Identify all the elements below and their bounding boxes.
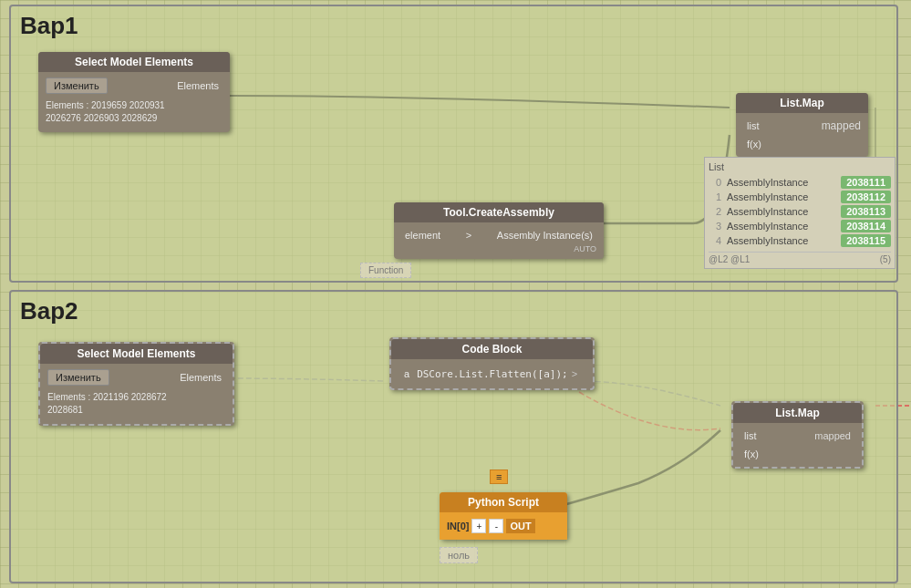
var1-listmap-header: List.Map — [736, 93, 868, 113]
var1-elements-port-label: Elements — [173, 78, 223, 93]
var1-output-list-footer: @L2 @L1 (5) — [709, 252, 891, 264]
var2-code-arrow: > — [572, 368, 577, 379]
var2-izmenit-button[interactable]: Изменить — [47, 369, 109, 386]
var2-select-model-header: Select Model Elements — [40, 344, 233, 364]
var1-output-list: List 0 AssemblyInstance 2038111 1 Assemb… — [704, 157, 895, 269]
var1-select-model-node: Select Model Elements Изменить Elements … — [38, 52, 230, 132]
var1-tool-create-node: Tool.CreateAssembly element > Assembly I… — [394, 202, 604, 259]
list-item: 3 AssemblyInstance 2038114 — [709, 219, 891, 233]
var1-label: Вар1 — [20, 12, 78, 40]
python-icon: ≡ — [490, 469, 508, 484]
list-item: 0 AssemblyInstance 2038111 — [709, 175, 891, 190]
var2-python-out: OUT — [506, 519, 534, 533]
var1-fx-port: f(x) — [743, 137, 765, 151]
var2-code-text: DSCore.List.Flatten([a]); — [417, 368, 568, 380]
var2-select-model-node: Select Model Elements Изменить Elements … — [38, 342, 234, 426]
var1-section: Вар1 Select Model Elements Изменить Elem… — [9, 5, 898, 283]
var1-mapped-label: mapped — [822, 119, 861, 132]
var2-codeblock-node: Code Block a DSCore.List.Flatten([a]); > — [389, 337, 595, 390]
var1-auto-label: AUTO — [398, 244, 600, 255]
output-list-footer-left: @L2 @L1 — [709, 254, 750, 264]
var1-elements-text: Elements : 2019659 2020931 2026276 20269… — [42, 96, 226, 129]
var2-python-in0: IN[0] — [447, 521, 469, 531]
var2-section: Вар2 Select Model Elements Изменить Elem… — [9, 290, 898, 583]
main-container: Вар1 Select Model Elements Изменить Elem… — [0, 0, 911, 588]
var2-code-a-port: a — [400, 366, 413, 381]
var1-tool-create-header: Tool.CreateAssembly — [394, 202, 604, 222]
var1-izmenit-button[interactable]: Изменить — [46, 77, 108, 94]
var2-mapped-label: mapped — [811, 428, 854, 443]
var1-select-model-header: Select Model Elements — [38, 52, 230, 72]
var1-output-list-title: List — [709, 161, 891, 172]
var1-assembly-port: Assembly Instance(s) — [493, 228, 596, 242]
list-item: 2 AssemblyInstance 2038113 — [709, 204, 891, 219]
var2-null-label: ноль — [440, 547, 478, 563]
var1-list-port: list — [743, 119, 762, 133]
var2-label: Вар2 — [20, 297, 78, 325]
var1-element-port: element — [401, 228, 444, 242]
var1-function-label: Function — [360, 263, 411, 278]
output-list-footer-right: (5) — [880, 254, 891, 264]
var1-arrow-port: > — [462, 228, 475, 242]
var1-listmap-node: List.Map list mapped f(x) — [736, 93, 868, 157]
list-item: 1 AssemblyInstance 2038112 — [709, 190, 891, 204]
var2-python-header: Python Script — [440, 492, 567, 512]
var2-codeblock-header: Code Block — [391, 339, 593, 359]
var2-python-node: Python Script IN[0] + - OUT — [440, 492, 567, 540]
var2-fx-port: f(x) — [740, 447, 762, 461]
var2-elements-port-label: Elements — [176, 370, 225, 385]
list-item: 4 AssemblyInstance 2038115 — [709, 233, 891, 248]
var2-listmap-header: List.Map — [733, 403, 862, 423]
var2-python-plus-btn[interactable]: + — [471, 519, 486, 533]
var2-list-port: list — [740, 428, 760, 443]
var2-listmap-node: List.Map list mapped f(x) — [731, 401, 864, 469]
var2-elements-text: Elements : 2021196 2028672 2028681 — [44, 387, 229, 420]
var2-python-minus-btn[interactable]: - — [489, 519, 503, 533]
